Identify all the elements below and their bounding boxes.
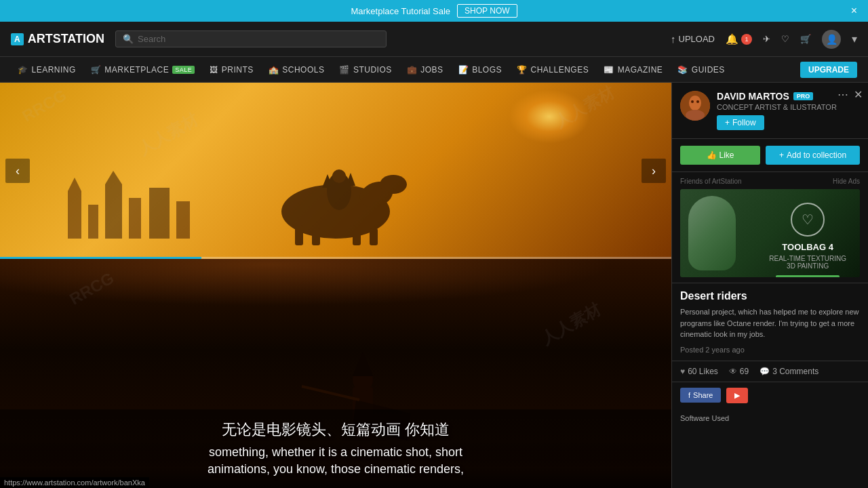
notifications-button[interactable]: 🔔 1 [726, 33, 752, 45]
posted-time: Posted 2 years ago [680, 346, 860, 354]
follow-button[interactable]: + Follow [717, 115, 764, 130]
toolbag-logo-icon: ♡ [802, 211, 814, 228]
svg-point-29 [686, 110, 705, 121]
stats-row: ♥ 60 Likes 👁 69 💬 3 Comments [672, 361, 868, 382]
comments-icon: 💬 [760, 367, 770, 376]
right-panel: ⋯ ✕ DAVID MARTOS PRO CONCEPT [671, 83, 868, 488]
nav-item-prints[interactable]: 🖼 PRINTS [203, 61, 260, 79]
add-to-collection-button[interactable]: + Add to collection [766, 146, 860, 165]
user-avatar[interactable]: 👤 [822, 30, 841, 49]
svg-rect-5 [129, 198, 141, 239]
youtube-icon: ▶ [734, 391, 740, 400]
logo-text: ARTSTATION [28, 32, 104, 46]
nav-item-learning[interactable]: 🎓 LEARNING [11, 61, 83, 79]
likes-count: 60 Likes [688, 367, 718, 376]
schools-icon: 🏫 [269, 65, 279, 75]
upgrade-button[interactable]: UPGRADE [800, 62, 857, 78]
shop-now-button[interactable]: SHOP NOW [457, 4, 517, 18]
action-buttons: 👍 Like + Add to collection [672, 139, 868, 172]
upload-label: UPLOAD [679, 34, 715, 44]
announcement-close-button[interactable]: × [851, 5, 857, 17]
comments-count: 3 Comments [772, 367, 818, 376]
youtube-share-button[interactable]: ▶ [726, 388, 748, 403]
wishlist-button[interactable]: ♡ [781, 34, 789, 44]
nav-item-challenges[interactable]: 🏆 CHALLENGES [510, 61, 595, 79]
subtitle-english: something, whether it is a cinematic sho… [14, 444, 658, 478]
cart-button[interactable]: 🛒 [800, 34, 811, 44]
ad-image[interactable]: ♡ TOOLBAG 4 REAL-TIME TEXTURING3D PAINTI… [680, 189, 860, 277]
svg-point-28 [689, 96, 701, 110]
ad-header: Friends of ArtStation Hide Ads [680, 178, 860, 185]
like-label: Like [719, 150, 734, 160]
heart-icon: ♡ [781, 34, 789, 44]
ad-product-features: REAL-TIME TEXTURING3D PAINTING [769, 255, 846, 270]
sun-glow [509, 89, 590, 144]
next-arrow[interactable]: › [642, 159, 666, 183]
header: A ARTSTATION 🔍 Search ↑ UPLOAD 🔔 1 ✈ ♡ 🛒… [0, 22, 868, 57]
artwork-description: Personal project, which has helped me to… [680, 306, 860, 340]
views-icon: 👁 [729, 367, 737, 376]
prev-arrow[interactable]: ‹ [5, 159, 30, 183]
software-label: Software Used [680, 414, 860, 422]
ad-content: ♡ TOOLBAG 4 REAL-TIME TEXTURING3D PAINTI… [769, 203, 846, 277]
challenges-icon: 🏆 [517, 65, 528, 75]
nav-item-jobs[interactable]: 💼 JOBS [400, 61, 450, 79]
upload-icon: ↑ [671, 33, 676, 45]
hide-ads-button[interactable]: Hide Ads [833, 178, 860, 185]
url-text: https://www.artstation.com/artwork/banXk… [4, 479, 145, 487]
svg-rect-11 [353, 225, 361, 245]
logo[interactable]: A ARTSTATION [11, 32, 104, 46]
share-row: f Share ▶ [672, 382, 868, 409]
bell-icon: 🔔 [726, 33, 738, 45]
svg-line-24 [302, 386, 359, 400]
bottom-artwork: RRCG 人人素材 无论是电影镜头、短篇动画 你知道 something, wh… [0, 259, 671, 488]
likes-icon: ♥ [680, 367, 685, 376]
more-options-button[interactable]: ⋯ [837, 88, 848, 101]
nav-item-guides[interactable]: 📚 GUIDES [671, 61, 732, 79]
svg-rect-7 [176, 201, 190, 239]
svg-rect-3 [105, 184, 122, 239]
svg-rect-2 [88, 205, 98, 239]
nav-item-marketplace[interactable]: 🛒 MARKETPLACE SALE [84, 61, 201, 79]
like-button[interactable]: 👍 Like [680, 146, 760, 165]
learning-icon: 🎓 [18, 65, 28, 75]
comments-stat: 💬 3 Comments [760, 367, 818, 376]
nav-item-blogs[interactable]: 📝 BLOGS [452, 61, 509, 79]
subtitle-overlay: 无论是电影镜头、短篇动画 你知道 something, whether it i… [0, 409, 671, 488]
panel-header-actions: ⋯ ✕ [837, 88, 863, 101]
nav-item-studios[interactable]: 🎬 STUDIOS [332, 61, 398, 79]
svg-rect-6 [149, 188, 170, 239]
svg-marker-4 [105, 171, 122, 184]
pro-badge: PRO [793, 92, 814, 100]
svg-point-19 [332, 169, 346, 183]
collect-label: Add to collection [787, 150, 846, 160]
avatar-icon: 👤 [826, 34, 837, 45]
messages-button[interactable]: ✈ [763, 34, 770, 44]
image-area: ‹ › RRCG 人人素材 人人素材 [0, 83, 671, 488]
search-bar[interactable]: 🔍 Search [115, 30, 387, 47]
svg-marker-1 [68, 178, 81, 191]
dropdown-chevron[interactable]: ▾ [852, 33, 857, 45]
artist-avatar[interactable] [680, 91, 710, 121]
views-stat: 👁 69 [729, 367, 749, 376]
artist-title: CONCEPT ARTIST & ILUSTRATOR [717, 103, 837, 111]
magazine-icon: 📰 [604, 65, 614, 75]
main-content: ‹ › RRCG 人人素材 人人素材 [0, 83, 868, 488]
artwork-title: Desert riders [680, 290, 860, 302]
views-count: 69 [740, 367, 749, 376]
upload-button[interactable]: ↑ UPLOAD [671, 33, 715, 45]
jobs-icon: 💼 [407, 65, 418, 75]
facebook-share-button[interactable]: f Share [680, 388, 721, 403]
cloud-glow [0, 259, 671, 313]
search-icon: 🔍 [123, 34, 134, 44]
svg-marker-22 [353, 352, 373, 376]
likes-stat: ♥ 60 Likes [680, 367, 718, 376]
nav-item-magazine[interactable]: 📰 MAGAZINE [597, 61, 669, 79]
header-actions: ↑ UPLOAD 🔔 1 ✈ ♡ 🛒 👤 ▾ [671, 30, 857, 49]
subtitle-chinese: 无论是电影镜头、短篇动画 你知道 [14, 420, 658, 440]
ad-product-name: TOOLBAG 4 [782, 242, 833, 253]
cart-icon: 🛒 [800, 34, 811, 44]
nav-item-schools[interactable]: 🏫 SCHOOLS [262, 61, 332, 79]
ad-learn-more[interactable]: LEARN MORE [776, 275, 840, 277]
close-panel-button[interactable]: ✕ [854, 88, 863, 101]
